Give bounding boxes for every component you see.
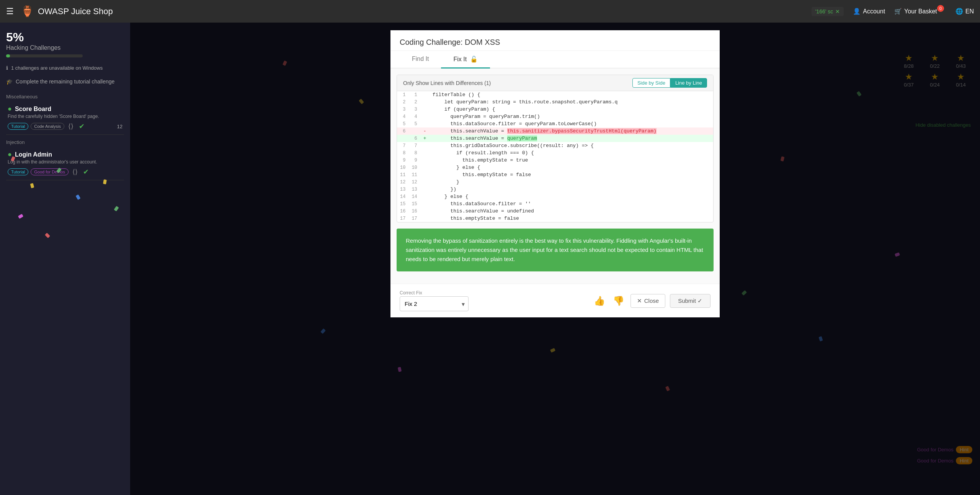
line-num-left-6a (397, 135, 408, 142)
line-num-right-3: 3 (408, 106, 420, 113)
content-area: ★ 8/28 ★ 0/22 ★ 0/43 ★ 0/37 ★ 0/24 ★ 0/1… (130, 23, 980, 495)
line-marker-6r: - (420, 127, 430, 135)
line-num-right-8: 8 (408, 149, 420, 157)
brand: ☰ 🏺 OWASP Juice Shop (6, 5, 113, 18)
code-content-13: }) (430, 186, 713, 193)
line-by-line-btn[interactable]: Line by Line (670, 78, 707, 88)
thumbs-down-button[interactable]: 👎 (611, 294, 626, 308)
tab-find-it[interactable]: Find It (400, 51, 441, 68)
fix-select-wrapper[interactable]: Fix 1 Fix 2 Fix 3 ▾ (400, 296, 469, 311)
line-num-left-7: 7 (397, 142, 408, 149)
score-indicator: '166' sc ✕ (812, 7, 844, 16)
basket-label: Your Basket (904, 8, 937, 15)
code-content-6a: this.searchValue = queryParam (430, 135, 713, 142)
code-icon[interactable]: ⟨⟩ (67, 121, 75, 131)
globe-icon: 🌐 (956, 8, 963, 15)
line-marker-12 (420, 178, 430, 186)
modal-footer: Correct Fix Fix 1 Fix 2 Fix 3 ▾ 👍 (390, 284, 720, 317)
complete-icon[interactable]: ✔ (77, 121, 86, 131)
status-dot-green: ● (8, 105, 12, 113)
line-marker-13 (420, 186, 430, 193)
tag-code-analysis: Code Analysis (31, 123, 64, 130)
tutorial-section: 🎓 Complete the remaining tutorial challe… (6, 75, 124, 88)
sidebar: 5% Hacking Challenges ℹ 1 challenges are… (0, 23, 130, 495)
line-marker-14 (420, 193, 430, 200)
basket-nav[interactable]: 🛒 Your Basket 0 (894, 8, 946, 15)
line-num-left-6r: 6 (397, 127, 408, 135)
account-nav[interactable]: 👤 Account (853, 8, 885, 15)
challenge-loginadmin: ● Login Admin Log in with the administra… (6, 147, 124, 180)
tab-find-label: Find It (412, 56, 429, 62)
complete-icon2[interactable]: ✔ (82, 167, 90, 177)
menu-icon[interactable]: ☰ (6, 7, 14, 16)
line-num-right-14: 14 (408, 193, 420, 200)
tutorial-text: Complete the remaining tutorial challeng… (16, 78, 114, 85)
challenge-tags-loginadmin: Tutorial Good for Demos ⟨⟩ ✔ (8, 167, 122, 177)
modal-title: Coding Challenge: DOM XSS (400, 38, 500, 47)
code-line-9: 9 9 this.emptyState = true (397, 157, 713, 164)
line-marker-4 (420, 113, 430, 120)
code-line-13: 13 13 }) (397, 186, 713, 193)
navbar-right: '166' sc ✕ 👤 Account 🛒 Your Basket 0 🌐 E… (812, 7, 974, 16)
line-num-left-12: 12 (397, 178, 408, 186)
line-num-right-7: 7 (408, 142, 420, 149)
code-line-2: 2 2 let queryParam: string = this.route.… (397, 98, 713, 106)
code-line-3: 3 3 if (queryParam) { (397, 106, 713, 113)
line-num-right-15: 15 (408, 200, 420, 207)
score-close-icon[interactable]: ✕ (835, 8, 840, 15)
line-num-right-17: 17 (408, 215, 420, 222)
line-num-left-8: 8 (397, 149, 408, 157)
code-line-10: 10 10 } else { (397, 164, 713, 171)
code-content-9: this.emptyState = true (430, 157, 713, 164)
challenge-scoreboard: ● Score Board Find the carefully hidden … (6, 102, 124, 135)
line-marker-3 (420, 106, 430, 113)
line-num-left-17: 17 (397, 215, 408, 222)
code-content-16: this.searchValue = undefined (430, 207, 713, 215)
progress-bar-fill (6, 54, 10, 57)
language-nav[interactable]: 🌐 EN (956, 8, 974, 15)
diff-container: Only Show Lines with Differences (1) Sid… (397, 75, 714, 222)
tag-tutorial2: Tutorial (8, 168, 28, 175)
code-line-6-removed: 6 - this.searchValue = this.sanitizer.by… (397, 127, 713, 135)
side-by-side-btn[interactable]: Side by Side (632, 78, 670, 88)
code-content-1: filterTable () { (430, 91, 713, 98)
submit-button[interactable]: Submit ✓ (670, 294, 710, 308)
code-content-14: } else { (430, 193, 713, 200)
line-marker-11 (420, 171, 430, 178)
line-num-right-11: 11 (408, 171, 420, 178)
code-content-6r: this.searchValue = this.sanitizer.bypass… (430, 127, 713, 135)
close-x-icon: ✕ (637, 297, 642, 304)
tutorial-icon: 🎓 (6, 78, 13, 85)
line-marker-15 (420, 200, 430, 207)
challenge-tags-scoreboard: Tutorial Code Analysis ⟨⟩ ✔ 12 (8, 121, 122, 131)
line-num-left-4: 4 (397, 113, 408, 120)
challenge-desc-loginadmin: Log in with the administrator's user acc… (8, 159, 122, 165)
code-icon2[interactable]: ⟨⟩ (71, 167, 79, 177)
code-line-17: 17 17 this.emptyState = false (397, 215, 713, 222)
tab-fix-it[interactable]: Fix It 🔓 (441, 51, 490, 69)
close-button[interactable]: ✕ Close (630, 294, 665, 308)
challenge-name-loginadmin: Login Admin (15, 151, 52, 158)
modal-backdrop: Coding Challenge: DOM XSS Find It Fix It… (130, 23, 980, 495)
progress-section: 5% Hacking Challenges (6, 30, 124, 57)
lock-icon: 🔓 (470, 56, 478, 62)
code-line-4: 4 4 queryParam = queryParam.trim() (397, 113, 713, 120)
score-text: '166' sc (815, 8, 833, 15)
line-num-left-16: 16 (397, 207, 408, 215)
explanation-text: Removing the bypass of sanitization enti… (406, 237, 703, 262)
fix-select[interactable]: Fix 1 Fix 2 Fix 3 (400, 296, 469, 311)
line-num-left-1: 1 (397, 91, 408, 98)
code-line-11: 11 11 this.emptyState = false (397, 171, 713, 178)
line-num-left-5: 5 (397, 120, 408, 127)
warning-text: 1 challenges are unavailable on Windows (11, 65, 103, 71)
thumbs-up-button[interactable]: 👍 (592, 294, 607, 308)
line-num-right-9: 9 (408, 157, 420, 164)
diff-title: Only Show Lines with Differences (1) (403, 80, 491, 86)
line-marker-9 (420, 157, 430, 164)
line-num-right-2: 2 (408, 98, 420, 106)
language-label: EN (965, 8, 974, 15)
line-marker-2 (420, 98, 430, 106)
diff-header: Only Show Lines with Differences (1) Sid… (397, 75, 713, 91)
line-num-left-2: 2 (397, 98, 408, 106)
section-misc: Miscellaneous (6, 94, 124, 100)
